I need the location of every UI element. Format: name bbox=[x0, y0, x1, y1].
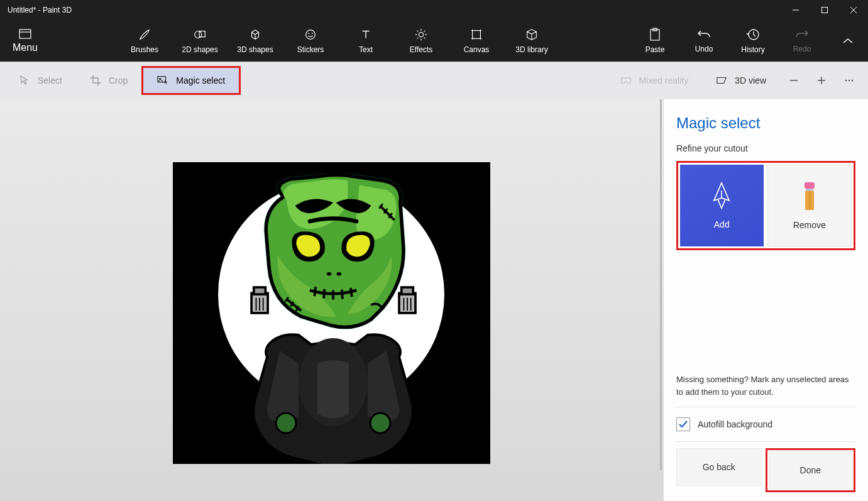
svg-point-43 bbox=[327, 272, 331, 276]
svg-point-44 bbox=[337, 272, 341, 276]
crop-tool[interactable]: Crop bbox=[76, 66, 141, 95]
add-label: Add bbox=[714, 219, 730, 229]
svg-point-11 bbox=[419, 32, 423, 36]
window-title: Untitled* - Paint 3D bbox=[8, 6, 781, 14]
panel-title: Magic select bbox=[676, 114, 855, 132]
mixed-reality-tool[interactable]: Mixed reality bbox=[607, 66, 703, 95]
go-back-label: Go back bbox=[703, 462, 735, 472]
3d-view-label: 3D view bbox=[735, 75, 766, 85]
svg-point-42 bbox=[370, 413, 390, 433]
tool-label: Stickers bbox=[297, 45, 324, 54]
zoom-out-button[interactable] bbox=[780, 67, 808, 94]
close-button[interactable] bbox=[839, 0, 868, 20]
subtoolbar: Select Crop Magic select Mixed reality 3… bbox=[0, 62, 868, 99]
svg-line-16 bbox=[417, 31, 419, 32]
autofill-checkbox[interactable] bbox=[676, 417, 690, 431]
tool-effects[interactable]: Effects bbox=[402, 20, 440, 62]
paste-label: Paste bbox=[646, 45, 665, 54]
collapse-panel-button[interactable] bbox=[834, 20, 862, 62]
svg-rect-62 bbox=[402, 287, 414, 294]
svg-line-46 bbox=[324, 289, 324, 299]
menu-label: Menu bbox=[13, 42, 38, 53]
pencil-add-icon bbox=[710, 182, 733, 211]
maximize-button[interactable] bbox=[810, 0, 839, 20]
artwork-head bbox=[248, 173, 419, 337]
3d-view-tool[interactable]: 3D view bbox=[702, 66, 780, 95]
svg-rect-4 bbox=[19, 30, 31, 38]
tool-canvas[interactable]: Canvas bbox=[458, 20, 495, 62]
done-label: Done bbox=[800, 465, 821, 475]
svg-point-8 bbox=[306, 30, 316, 40]
magic-select-tool[interactable]: Magic select bbox=[141, 66, 241, 95]
select-tool[interactable]: Select bbox=[5, 66, 76, 95]
panel-hint: Missing something? Mark any unselected a… bbox=[676, 373, 855, 407]
tool-3d-library[interactable]: 3D library bbox=[513, 20, 551, 62]
menu-button[interactable]: Menu bbox=[0, 20, 50, 62]
svg-rect-67 bbox=[806, 189, 813, 191]
crop-label: Crop bbox=[109, 75, 128, 85]
tool-2d-shapes[interactable]: 2D shapes bbox=[181, 20, 219, 62]
svg-line-17 bbox=[424, 38, 426, 39]
minimize-button[interactable] bbox=[781, 0, 810, 20]
artwork-body bbox=[223, 326, 443, 464]
zoom-in-button[interactable] bbox=[808, 67, 835, 94]
svg-point-10 bbox=[312, 33, 313, 34]
tool-label: 2D shapes bbox=[182, 45, 217, 54]
select-label: Select bbox=[38, 75, 62, 85]
svg-line-45 bbox=[314, 287, 316, 296]
add-tool-button[interactable]: Add bbox=[680, 165, 764, 246]
done-highlight: Done bbox=[766, 448, 856, 492]
history-button[interactable]: History bbox=[736, 20, 770, 62]
check-icon bbox=[678, 419, 688, 429]
svg-point-9 bbox=[308, 33, 309, 34]
more-options-button[interactable] bbox=[835, 67, 863, 94]
tool-label: Brushes bbox=[131, 45, 158, 54]
redo-button: Redo bbox=[785, 20, 819, 62]
undo-button[interactable]: Undo bbox=[687, 20, 721, 62]
tool-stickers[interactable]: Stickers bbox=[292, 20, 329, 62]
tool-text[interactable]: Text bbox=[347, 20, 385, 62]
refine-tools-highlight: Add Remove bbox=[676, 161, 855, 250]
svg-rect-20 bbox=[473, 31, 481, 39]
autofill-label: Autofill background bbox=[698, 419, 772, 429]
tool-3d-shapes[interactable]: 3D shapes bbox=[236, 20, 274, 62]
panel-subtitle: Refine your cutout bbox=[676, 143, 855, 153]
remove-tool-button[interactable]: Remove bbox=[767, 165, 852, 246]
vertical-scrollbar[interactable] bbox=[656, 99, 663, 501]
svg-line-49 bbox=[351, 288, 352, 297]
svg-point-39 bbox=[852, 80, 854, 82]
eraser-icon bbox=[801, 181, 818, 211]
tool-brushes[interactable]: Brushes bbox=[126, 20, 163, 62]
scrollbar-thumb[interactable] bbox=[660, 99, 662, 470]
tool-label: Text bbox=[359, 45, 373, 54]
go-back-button[interactable]: Go back bbox=[676, 448, 762, 486]
svg-line-48 bbox=[342, 290, 343, 299]
autofill-row: Autofill background bbox=[676, 407, 855, 442]
canvas-area[interactable] bbox=[0, 99, 663, 501]
tool-label: Effects bbox=[410, 45, 432, 54]
redo-label: Redo bbox=[793, 45, 811, 53]
paste-button[interactable]: Paste bbox=[638, 20, 672, 62]
svg-rect-57 bbox=[254, 287, 266, 294]
history-label: History bbox=[741, 45, 764, 54]
svg-rect-1 bbox=[822, 8, 828, 13]
canvas[interactable] bbox=[173, 162, 490, 464]
svg-point-37 bbox=[845, 80, 847, 82]
ribbon: Menu Brushes 2D shapes 3D shapes Sticker… bbox=[0, 20, 868, 62]
svg-rect-66 bbox=[805, 182, 815, 189]
mixed-reality-label: Mixed reality bbox=[639, 75, 689, 85]
svg-point-41 bbox=[276, 413, 296, 433]
tool-label: Canvas bbox=[464, 45, 490, 54]
svg-line-19 bbox=[424, 31, 426, 32]
tool-label: 3D library bbox=[515, 45, 547, 54]
svg-point-38 bbox=[849, 80, 850, 82]
svg-line-18 bbox=[417, 38, 419, 39]
magic-select-label: Magic select bbox=[176, 75, 225, 85]
tool-label: 3D shapes bbox=[237, 45, 273, 54]
side-panel: Magic select Refine your cutout Add Remo… bbox=[663, 99, 868, 501]
done-button[interactable]: Done bbox=[769, 451, 853, 489]
remove-label: Remove bbox=[793, 220, 826, 230]
titlebar: Untitled* - Paint 3D bbox=[0, 0, 868, 20]
panel-actions: Go back Done bbox=[676, 442, 855, 492]
main-area: Magic select Refine your cutout Add Remo… bbox=[0, 99, 868, 501]
